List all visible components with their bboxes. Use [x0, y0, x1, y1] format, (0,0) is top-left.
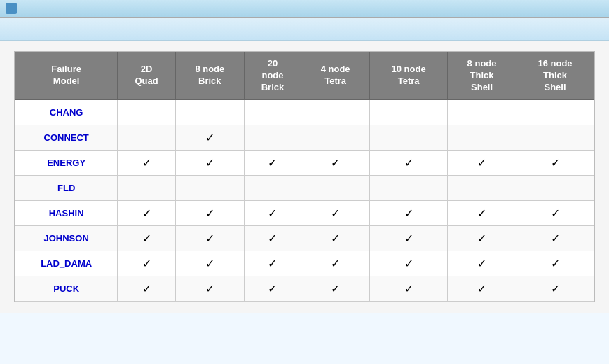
cell-6-0: ✓: [118, 251, 176, 276]
check-mark: ✓: [331, 157, 340, 169]
col-header-4: 4 nodeTetra: [301, 52, 370, 100]
row-label-lad_dama[interactable]: LAD_DAMA: [15, 251, 118, 276]
cell-6-6: ✓: [516, 251, 594, 276]
cell-6-4: ✓: [370, 251, 448, 276]
cell-5-1: ✓: [175, 225, 244, 251]
cell-1-6: [516, 125, 594, 150]
cell-3-6: [516, 175, 594, 200]
cell-7-6: ✓: [516, 276, 594, 301]
cell-7-0: ✓: [118, 276, 176, 301]
check-mark: ✓: [477, 258, 486, 270]
check-mark: ✓: [268, 232, 277, 244]
cell-4-5: ✓: [448, 200, 516, 225]
cell-5-6: ✓: [516, 225, 594, 251]
table-row: HASHIN✓✓✓✓✓✓✓: [15, 200, 594, 225]
cell-7-5: ✓: [448, 276, 516, 301]
check-mark: ✓: [404, 283, 413, 295]
check-mark: ✓: [551, 283, 560, 295]
check-mark: ✓: [205, 258, 214, 270]
check-mark: ✓: [142, 283, 151, 295]
row-label-fld[interactable]: FLD: [15, 175, 118, 200]
row-label-puck[interactable]: PUCK: [15, 276, 118, 301]
row-label-johnson[interactable]: JOHNSON: [15, 225, 118, 251]
cell-0-5: [448, 99, 516, 125]
cell-3-4: [370, 175, 448, 200]
row-label-hashin[interactable]: HASHIN: [15, 200, 118, 225]
check-mark: ✓: [477, 157, 486, 169]
cell-2-3: ✓: [301, 150, 370, 175]
row-label-connect[interactable]: CONNECT: [15, 125, 118, 150]
cell-1-4: [370, 125, 448, 150]
table-header-row: FailureModel2DQuad8 nodeBrick20nodeBrick…: [15, 52, 594, 100]
check-mark: ✓: [268, 258, 277, 270]
col-header-3: 20nodeBrick: [244, 52, 301, 100]
table-row: LAD_DAMA✓✓✓✓✓✓✓: [15, 251, 594, 276]
cell-4-2: ✓: [244, 200, 301, 225]
cell-5-2: ✓: [244, 225, 301, 251]
check-mark: ✓: [551, 232, 560, 244]
table-row: CONNECT✓: [15, 125, 594, 150]
cell-3-2: [244, 175, 301, 200]
cell-2-2: ✓: [244, 150, 301, 175]
row-label-energy[interactable]: ENERGY: [15, 150, 118, 175]
cell-4-1: ✓: [175, 200, 244, 225]
cell-2-0: ✓: [118, 150, 176, 175]
check-mark: ✓: [404, 157, 413, 169]
cell-6-2: ✓: [244, 251, 301, 276]
check-mark: ✓: [477, 283, 486, 295]
table-row: CHANG: [15, 99, 594, 125]
cell-5-0: ✓: [118, 225, 176, 251]
cell-2-4: ✓: [370, 150, 448, 175]
cell-6-5: ✓: [448, 251, 516, 276]
table-row: JOHNSON✓✓✓✓✓✓✓: [15, 225, 594, 251]
check-mark: ✓: [268, 157, 277, 169]
cell-2-6: ✓: [516, 150, 594, 175]
fail-table: FailureModel2DQuad8 nodeBrick20nodeBrick…: [15, 52, 594, 302]
cell-5-4: ✓: [370, 225, 448, 251]
check-mark: ✓: [142, 232, 151, 244]
check-mark: ✓: [404, 258, 413, 270]
col-header-5: 10 nodeTetra: [370, 52, 448, 100]
check-mark: ✓: [142, 157, 151, 169]
table-row: PUCK✓✓✓✓✓✓✓: [15, 276, 594, 301]
cell-6-3: ✓: [301, 251, 370, 276]
cell-0-0: [118, 99, 176, 125]
cell-7-4: ✓: [370, 276, 448, 301]
check-mark: ✓: [551, 157, 560, 169]
cell-1-2: [244, 125, 301, 150]
check-mark: ✓: [331, 258, 340, 270]
check-mark: ✓: [551, 258, 560, 270]
app-icon: [6, 3, 17, 14]
cell-2-1: ✓: [175, 150, 244, 175]
check-mark: ✓: [404, 232, 413, 244]
check-mark: ✓: [205, 232, 214, 244]
cell-1-1: ✓: [175, 125, 244, 150]
cell-1-0: [118, 125, 176, 150]
cell-0-6: [516, 99, 594, 125]
col-header-7: 16 nodeThickShell: [516, 52, 594, 100]
title-bar: [0, 0, 609, 18]
check-mark: ✓: [331, 283, 340, 295]
cell-4-0: ✓: [118, 200, 176, 225]
cell-5-3: ✓: [301, 225, 370, 251]
col-header-0: FailureModel: [15, 52, 118, 100]
col-header-2: 8 nodeBrick: [175, 52, 244, 100]
cell-4-6: ✓: [516, 200, 594, 225]
cell-7-3: ✓: [301, 276, 370, 301]
check-mark: ✓: [142, 207, 151, 219]
cell-1-5: [448, 125, 516, 150]
check-mark: ✓: [331, 207, 340, 219]
cell-3-1: [175, 175, 244, 200]
check-mark: ✓: [205, 207, 214, 219]
table-row: FLD: [15, 175, 594, 200]
check-mark: ✓: [205, 157, 214, 169]
table-wrapper: FailureModel2DQuad8 nodeBrick20nodeBrick…: [14, 51, 595, 302]
check-mark: ✓: [205, 283, 214, 295]
row-label-chang[interactable]: CHANG: [15, 99, 118, 125]
cell-4-3: ✓: [301, 200, 370, 225]
cell-2-5: ✓: [448, 150, 516, 175]
cell-3-5: [448, 175, 516, 200]
check-mark: ✓: [551, 207, 560, 219]
cell-3-0: [118, 175, 176, 200]
cell-3-3: [301, 175, 370, 200]
